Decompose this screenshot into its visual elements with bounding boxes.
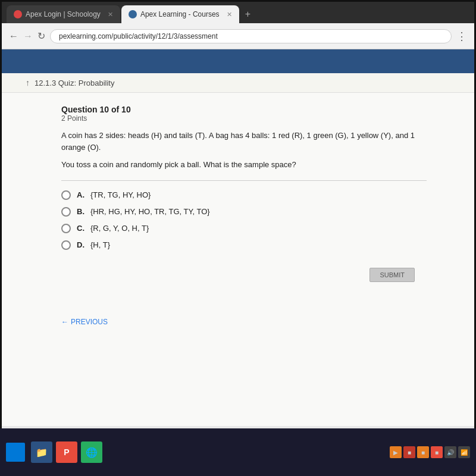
previous-link[interactable]: ← PREVIOUS — [61, 318, 427, 326]
breadcrumb-arrow-icon: ↑ — [26, 78, 30, 87]
tab-schoology[interactable]: Apex Login | Schoology ✕ — [7, 5, 120, 23]
radio-a[interactable] — [61, 190, 71, 200]
browser-icon: 🌐 — [86, 447, 98, 458]
refresh-icon[interactable]: ↻ — [37, 30, 45, 42]
tray-volume-icon[interactable]: 🔊 — [444, 446, 456, 458]
radio-b[interactable] — [61, 207, 71, 217]
tray-icon-1: ▶ — [390, 446, 402, 458]
previous-label: PREVIOUS — [71, 318, 108, 326]
tab-apex[interactable]: Apex Learning - Courses ✕ — [121, 5, 239, 23]
answer-text-c: {R, G, Y, O, H, T} — [90, 224, 149, 233]
add-tab-button[interactable]: + — [240, 5, 255, 23]
question-prompt: You toss a coin and randomly pick a ball… — [61, 159, 427, 181]
tray-icon-4: ■ — [431, 446, 443, 458]
apex-nav — [2, 49, 474, 73]
answer-choice-b[interactable]: B. {HR, HG, HY, HO, TR, TG, TY, TO} — [61, 207, 427, 217]
answer-choice-a[interactable]: A. {TR, TG, HY, HO} — [61, 190, 427, 200]
tray-icon-3: ■ — [417, 446, 429, 458]
answer-text-a: {TR, TG, HY, HO} — [90, 190, 151, 199]
windows-start-button[interactable] — [6, 443, 25, 462]
tray-icon-2: ■ — [403, 446, 415, 458]
tab-apex-close[interactable]: ✕ — [227, 11, 232, 18]
answer-label-d: D. — [77, 240, 84, 249]
file-explorer-icon: 📁 — [36, 447, 48, 458]
powerpoint-icon: P — [64, 447, 69, 457]
answer-label-b: B. — [77, 207, 84, 216]
taskbar-file-explorer[interactable]: 📁 — [31, 441, 52, 463]
previous-arrow-icon: ← — [61, 318, 68, 326]
answer-label-c: C. — [77, 224, 84, 233]
question-body-text: A coin has 2 sides: heads (H) and tails … — [61, 130, 427, 153]
answer-choices: A. {TR, TG, HY, HO} B. {HR, HG, HY, HO, … — [61, 190, 427, 250]
taskbar-browser[interactable]: 🌐 — [81, 441, 102, 463]
answer-label-a: A. — [77, 190, 84, 199]
question-header: Question 10 of 10 2 Points — [61, 105, 427, 123]
question-title: Question 10 of 10 — [61, 105, 427, 114]
monitor: Apex Login | Schoology ✕ Apex Learning -… — [0, 0, 476, 428]
quiz-breadcrumb: 12.1.3 Quiz: Probability — [35, 79, 114, 87]
answer-text-b: {HR, HG, HY, HO, TR, TG, TY, TO} — [90, 207, 210, 216]
tab-apex-label: Apex Learning - Courses — [140, 10, 220, 18]
tab-schoology-close[interactable]: ✕ — [108, 11, 113, 18]
system-tray: ▶ ■ ■ ■ 🔊 📶 — [390, 446, 470, 458]
page-content: ↑ 12.1.3 Quiz: Probability Question 10 o… — [2, 49, 474, 430]
radio-c[interactable] — [61, 224, 71, 233]
answer-choice-d[interactable]: D. {H, T} — [61, 240, 427, 250]
taskbar: 📁 P 🌐 ▶ ■ ■ ■ 🔊 📶 — [0, 428, 476, 476]
tray-network-icon[interactable]: 📶 — [458, 446, 470, 458]
submit-area: SUBMIT — [61, 268, 427, 282]
menu-icon[interactable]: ⋮ — [456, 30, 467, 43]
schoology-favicon-icon — [14, 10, 22, 18]
address-url-bar[interactable]: pexlearning.com/public/activity/12/1/3/a… — [50, 29, 452, 43]
question-points: 2 Points — [61, 114, 427, 123]
answer-text-d: {H, T} — [90, 240, 110, 249]
browser-chrome: Apex Login | Schoology ✕ Apex Learning -… — [2, 2, 474, 49]
apex-favicon-icon — [129, 10, 137, 18]
quiz-area: Question 10 of 10 2 Points A coin has 2 … — [2, 93, 474, 426]
tab-schoology-label: Apex Login | Schoology — [26, 10, 101, 18]
submit-button[interactable]: SUBMIT — [369, 268, 415, 282]
forward-icon[interactable]: → — [23, 31, 33, 42]
answer-choice-c[interactable]: C. {R, G, Y, O, H, T} — [61, 224, 427, 233]
taskbar-powerpoint[interactable]: P — [56, 441, 77, 463]
radio-d[interactable] — [61, 240, 71, 250]
tab-bar: Apex Login | Schoology ✕ Apex Learning -… — [2, 2, 474, 23]
quiz-header: ↑ 12.1.3 Quiz: Probability — [2, 73, 474, 93]
back-icon[interactable]: ← — [9, 31, 18, 42]
address-bar: ← → ↻ pexlearning.com/public/activity/12… — [2, 23, 474, 49]
